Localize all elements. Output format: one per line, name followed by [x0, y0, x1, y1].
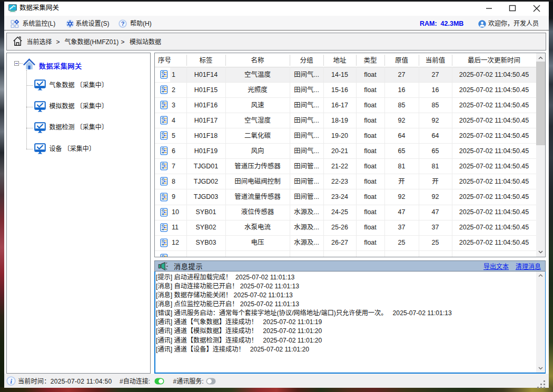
svg-text:?: ?	[121, 21, 125, 27]
svg-text:i: i	[10, 378, 12, 385]
